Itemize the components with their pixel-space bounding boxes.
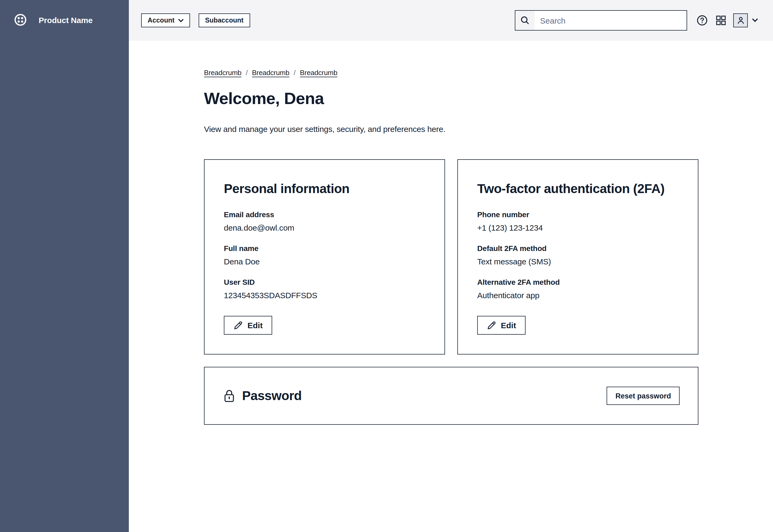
- search-input[interactable]: [535, 16, 687, 25]
- breadcrumb-link-1[interactable]: Breadcrumb: [204, 69, 242, 77]
- phone-number-value: +1 (123) 123-1234: [477, 223, 679, 233]
- password-card: Password Reset password: [204, 367, 698, 425]
- product-name-label: Product Name: [39, 15, 93, 24]
- apps-grid-button[interactable]: [716, 16, 726, 25]
- page-title: Welcome, Dena: [204, 89, 698, 108]
- pencil-icon: [234, 321, 243, 330]
- personal-information-card: Personal information Email address dena.…: [204, 159, 445, 354]
- app-window: Product Name Account Subaccount: [0, 0, 773, 532]
- breadcrumb-separator: /: [294, 69, 296, 77]
- user-sid-value: 123454353SDASDFFSDS: [224, 290, 425, 301]
- password-title: Password: [242, 388, 302, 403]
- sidebar: Product Name: [0, 0, 129, 532]
- breadcrumb-separator: /: [246, 69, 248, 77]
- chevron-down-icon: [752, 18, 758, 23]
- cards-row: Personal information Email address dena.…: [204, 159, 698, 354]
- breadcrumb-link-2[interactable]: Breadcrumb: [252, 69, 290, 77]
- chevron-down-icon: [178, 19, 183, 22]
- person-icon: [736, 16, 745, 25]
- search-box: [515, 10, 687, 31]
- password-card-heading: Password: [224, 388, 302, 403]
- email-address-label: Email address: [224, 210, 425, 219]
- alternative-2fa-method-value: Authenticator app: [477, 290, 679, 301]
- two-factor-authentication-title: Two-factor authentication (2FA): [477, 181, 679, 196]
- main-content: Breadcrumb / Breadcrumb / Breadcrumb Wel…: [204, 41, 698, 425]
- full-name-label: Full name: [224, 244, 425, 253]
- edit-button-label: Edit: [501, 321, 516, 330]
- edit-personal-information-button[interactable]: Edit: [224, 316, 273, 335]
- phone-number-label: Phone number: [477, 210, 679, 219]
- page-subtitle: View and manage your user settings, secu…: [204, 124, 698, 135]
- product-logo-icon: [14, 13, 27, 26]
- user-sid-label: User SID: [224, 278, 425, 286]
- pencil-icon: [487, 321, 496, 330]
- default-2fa-method-label: Default 2FA method: [477, 244, 679, 253]
- user-avatar-button[interactable]: [733, 13, 748, 27]
- padlock-icon: [224, 389, 235, 403]
- default-2fa-method-value: Text message (SMS): [477, 256, 679, 267]
- grid-2x2-icon: [716, 16, 726, 25]
- subaccount-button[interactable]: Subaccount: [199, 13, 250, 27]
- reset-password-button[interactable]: Reset password: [607, 387, 680, 405]
- topbar: Account Subaccount: [129, 0, 773, 41]
- search-icon: [515, 11, 535, 30]
- two-factor-authentication-card: Two-factor authentication (2FA) Phone nu…: [457, 159, 698, 354]
- breadcrumb-link-3[interactable]: Breadcrumb: [300, 69, 337, 77]
- subaccount-label: Subaccount: [205, 17, 244, 24]
- account-menu-label: Account: [147, 17, 174, 24]
- help-button[interactable]: [697, 15, 708, 26]
- user-menu-chevron[interactable]: [752, 18, 758, 23]
- account-menu-button[interactable]: Account: [141, 13, 190, 27]
- personal-information-title: Personal information: [224, 181, 425, 196]
- edit-2fa-button[interactable]: Edit: [477, 316, 526, 335]
- question-circle-icon: [697, 15, 708, 26]
- brand: Product Name: [0, 0, 129, 26]
- edit-button-label: Edit: [248, 321, 263, 330]
- breadcrumb: Breadcrumb / Breadcrumb / Breadcrumb: [204, 69, 698, 77]
- alternative-2fa-method-label: Alternative 2FA method: [477, 278, 679, 286]
- full-name-value: Dena Doe: [224, 256, 425, 267]
- email-address-value: dena.doe@owl.com: [224, 223, 425, 233]
- reset-password-label: Reset password: [616, 392, 671, 400]
